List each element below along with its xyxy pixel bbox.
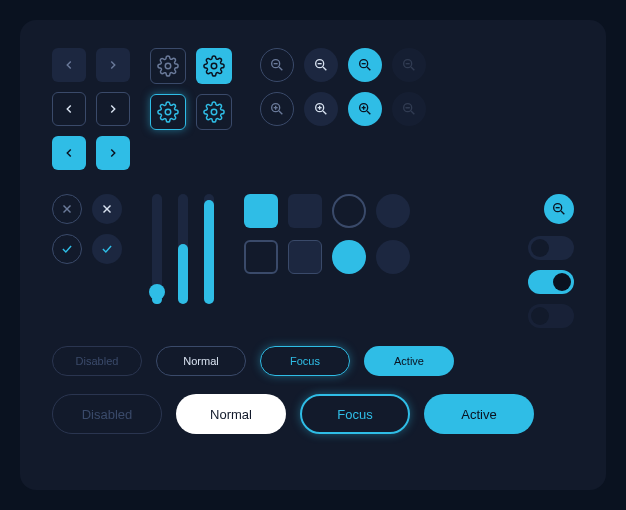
svg-line-21 [323, 111, 326, 114]
shape-swatches [244, 194, 410, 274]
close-icon [60, 202, 74, 216]
chevron-left-button[interactable] [52, 48, 86, 82]
active-button[interactable]: Active [424, 394, 534, 434]
check-button[interactable] [92, 234, 122, 264]
toggle-switch[interactable] [528, 270, 574, 294]
zoom-out-icon [269, 57, 285, 73]
gear-icon [203, 101, 225, 123]
ui-kit-panel: Disabled Normal Focus Active Disabled No… [20, 20, 606, 490]
chevron-right-button[interactable] [96, 48, 130, 82]
toggle-switch[interactable] [528, 304, 574, 328]
chevron-right-button[interactable] [96, 92, 130, 126]
vertical-slider[interactable] [178, 194, 188, 304]
vertical-slider[interactable] [152, 194, 162, 304]
focus-button[interactable]: Focus [300, 394, 410, 434]
svg-line-37 [561, 211, 564, 214]
close-icon [100, 202, 114, 216]
zoom-reset-button[interactable] [392, 92, 426, 126]
zoom-out-button[interactable] [392, 48, 426, 82]
zoom-in-icon [313, 101, 329, 117]
settings-button[interactable] [196, 48, 232, 84]
close-button[interactable] [92, 194, 122, 224]
svg-line-8 [323, 67, 326, 70]
toggle-group [528, 236, 574, 328]
gear-icon [203, 55, 225, 77]
zoom-out-button[interactable] [348, 48, 382, 82]
svg-line-11 [367, 67, 370, 70]
square-swatch [288, 240, 322, 274]
svg-line-25 [367, 111, 370, 114]
square-swatch [244, 194, 278, 228]
normal-button[interactable]: Normal [176, 394, 286, 434]
svg-point-3 [211, 109, 217, 115]
zoom-out-icon [313, 57, 329, 73]
zoom-in-button[interactable] [260, 92, 294, 126]
gear-icon [157, 55, 179, 77]
check-icon [100, 242, 114, 256]
chevron-left-button[interactable] [52, 136, 86, 170]
svg-point-2 [165, 109, 171, 115]
zoom-in-icon [269, 101, 285, 117]
gear-icon [157, 101, 179, 123]
disabled-button: Disabled [52, 394, 162, 434]
chevron-left-button[interactable] [52, 92, 86, 126]
svg-line-14 [411, 67, 414, 70]
zoom-reset-button[interactable] [544, 194, 574, 224]
settings-button[interactable] [150, 94, 186, 130]
focus-button[interactable]: Focus [260, 346, 350, 376]
square-swatch [288, 194, 322, 228]
circle-swatch [376, 240, 410, 274]
circle-swatch [332, 240, 366, 274]
close-button[interactable] [52, 194, 82, 224]
zoom-in-icon [357, 101, 373, 117]
zoom-out-icon [357, 57, 373, 73]
zoom-out-button[interactable] [260, 48, 294, 82]
active-button[interactable]: Active [364, 346, 454, 376]
zoom-group [260, 48, 426, 170]
zoom-in-button[interactable] [304, 92, 338, 126]
svg-line-29 [411, 111, 414, 114]
vertical-slider[interactable] [204, 194, 214, 304]
slider-group [146, 194, 220, 304]
chevron-right-button[interactable] [96, 136, 130, 170]
gear-group [150, 48, 232, 170]
normal-button[interactable]: Normal [156, 346, 246, 376]
svg-point-1 [211, 63, 217, 69]
status-icons [52, 194, 122, 264]
chevron-group [52, 48, 130, 170]
svg-point-0 [165, 63, 171, 69]
zoom-out-button[interactable] [304, 48, 338, 82]
zoom-in-button[interactable] [348, 92, 382, 126]
button-states-large: Disabled Normal Focus Active [52, 394, 574, 434]
check-button[interactable] [52, 234, 82, 264]
zoom-reset-icon [551, 201, 567, 217]
settings-button[interactable] [150, 48, 186, 84]
circle-swatch [376, 194, 410, 228]
settings-button[interactable] [196, 94, 232, 130]
svg-line-5 [279, 67, 282, 70]
zoom-out-icon [401, 57, 417, 73]
check-icon [60, 242, 74, 256]
svg-line-17 [279, 111, 282, 114]
toggle-switch[interactable] [528, 236, 574, 260]
square-swatch [244, 240, 278, 274]
zoom-reset-icon [401, 101, 417, 117]
circle-swatch [332, 194, 366, 228]
button-states-small: Disabled Normal Focus Active [52, 346, 574, 376]
disabled-button: Disabled [52, 346, 142, 376]
